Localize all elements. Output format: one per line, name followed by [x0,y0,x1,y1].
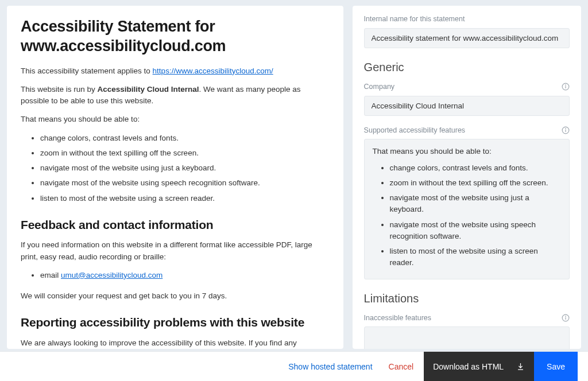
applies-to-link[interactable]: https://www.accessibilitycloud.com/ [153,67,273,75]
inaccessible-features-label: Inaccessible features [364,313,570,324]
means-intro: That means you should be able to: [21,114,330,125]
company-input[interactable] [364,96,570,116]
means-list: change colors, contrast levels and fonts… [21,133,330,204]
reporting-heading: Reporting accessibility problems with th… [21,313,330,332]
intro-paragraph: This accessibility statement applies to … [21,65,330,77]
feedback-contact-list: email umut@accessibilitycloud.com [21,270,330,281]
generic-heading: Generic [364,59,570,76]
supported-features-input[interactable]: That means you should be able to: change… [364,139,570,279]
feedback-intro: If you need information on this website … [21,239,330,263]
internal-name-input[interactable] [364,28,570,48]
svg-point-8 [566,316,566,317]
company-name: Accessibility Cloud Internal [98,85,199,94]
limitations-heading: Limitations [364,290,570,307]
company-label: Company [364,81,570,92]
supported-features-label: Supported accessibility features [364,125,570,136]
statement-title: Accessibility Statement for www.accessib… [21,17,330,56]
internal-name-label: Internal name for this statement [364,14,570,25]
statement-form-panel: Internal name for this statement Generic… [353,6,581,349]
feedback-email-link[interactable]: umut@accessibilitycloud.com [61,271,163,279]
run-by-paragraph: This website is run by Accessibility Clo… [21,84,330,107]
svg-point-5 [566,129,566,129]
svg-point-2 [566,85,566,85]
inaccessible-features-input[interactable] [364,326,570,349]
info-icon[interactable] [562,126,570,134]
feedback-followup: We will consider your request and get ba… [21,290,330,302]
info-icon[interactable] [562,314,570,322]
statement-preview-panel: Accessibility Statement for www.accessib… [7,6,343,349]
info-icon[interactable] [562,83,570,91]
reporting-body: We are always looking to improve the acc… [21,337,330,349]
feedback-heading: Feedback and contact information [21,216,330,234]
